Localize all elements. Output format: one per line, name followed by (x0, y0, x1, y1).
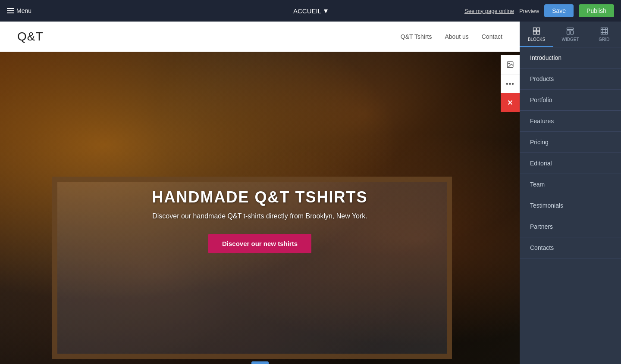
nav-item-tshirts[interactable]: Q&T Tshirts (401, 33, 432, 40)
tab-blocks-label: BLOCKS (528, 37, 546, 42)
hero-subtitle[interactable]: Discover our handmade Q&T t-shirts direc… (152, 212, 367, 220)
panel-item-testimonials-label: Testimonials (530, 202, 563, 209)
more-options-icon: ••• (506, 80, 514, 88)
tab-widget[interactable]: WIDGET (553, 22, 587, 47)
blocks-tab-icon (532, 27, 541, 35)
bottom-indicator (251, 361, 269, 364)
current-page-name: ACCUEIL (293, 7, 321, 15)
grid-tab-icon (600, 27, 608, 35)
site-logo[interactable]: Q&T (17, 30, 44, 44)
svg-rect-6 (533, 31, 536, 34)
site-nav: Q&T Tshirts About us Contact (401, 33, 502, 40)
main-layout: Q&T Q&T Tshirts About us Contact (0, 22, 621, 364)
page-dropdown-arrow[interactable]: ▾ (324, 6, 328, 16)
svg-rect-4 (533, 28, 536, 31)
menu-label: Menu (16, 7, 31, 14)
panel-items-list: Introduction Products Portfolio Features… (520, 47, 621, 364)
hero-cta-button[interactable]: Discover our new tshirts (208, 234, 311, 253)
tab-blocks[interactable]: BLOCKS (520, 22, 553, 47)
panel-item-editorial[interactable]: Editorial (520, 153, 621, 174)
more-options-button[interactable]: ••• (501, 74, 520, 93)
svg-rect-10 (571, 31, 574, 34)
panel-item-pricing[interactable]: Pricing (520, 132, 621, 153)
panel-item-products-label: Products (530, 75, 554, 82)
tab-grid[interactable]: GRID (587, 22, 621, 47)
hero-title[interactable]: HANDMADE Q&T TSHIRTS (152, 188, 368, 206)
panel-item-introduction-label: Introduction (530, 54, 561, 61)
see-page-link[interactable]: See my page online (464, 8, 514, 14)
nav-item-contact[interactable]: Contact (482, 33, 502, 40)
panel-item-features[interactable]: Features (520, 111, 621, 132)
svg-rect-7 (537, 31, 540, 34)
preview-button[interactable]: Preview (519, 8, 539, 14)
panel-item-pricing-label: Pricing (530, 139, 549, 146)
panel-item-editorial-label: Editorial (530, 160, 552, 167)
menu-button[interactable]: Menu (7, 7, 31, 14)
float-buttons: ••• (501, 55, 520, 112)
publish-button[interactable]: Publish (579, 4, 614, 17)
panel-item-portfolio-label: Portfolio (530, 96, 552, 103)
hamburger-icon (7, 8, 14, 13)
panel-item-testimonials[interactable]: Testimonials (520, 195, 621, 216)
panel-item-contacts-label: Contacts (530, 244, 554, 251)
panel-item-contacts[interactable]: Contacts (520, 237, 621, 258)
panel-item-features-label: Features (530, 118, 554, 124)
hero-content: HANDMADE Q&T TSHIRTS Discover our handma… (0, 52, 520, 364)
right-panel: BLOCKS WIDGET GRID (520, 22, 621, 364)
site-header: Q&T Q&T Tshirts About us Contact (0, 22, 520, 52)
panel-tabs: BLOCKS WIDGET GRID (520, 22, 621, 47)
delete-block-button[interactable] (501, 93, 520, 112)
topbar-right: See my page online Preview Save Publish (464, 4, 614, 17)
topbar-center: ACCUEIL ▾ (293, 6, 328, 16)
delete-icon (506, 99, 514, 106)
svg-rect-5 (537, 28, 540, 31)
svg-rect-8 (567, 28, 574, 30)
nav-item-about[interactable]: About us (445, 33, 468, 40)
tab-widget-label: WIDGET (561, 37, 579, 42)
image-edit-button[interactable] (501, 55, 520, 74)
image-icon (506, 61, 514, 68)
svg-rect-15 (601, 28, 607, 34)
tab-grid-label: GRID (599, 37, 609, 42)
panel-item-team[interactable]: Team (520, 174, 621, 195)
panel-item-products[interactable]: Products (520, 68, 621, 90)
canvas-area: Q&T Q&T Tshirts About us Contact (0, 22, 520, 364)
panel-item-introduction[interactable]: Introduction (520, 47, 621, 68)
panel-item-portfolio[interactable]: Portfolio (520, 90, 621, 111)
panel-item-partners[interactable]: Partners (520, 216, 621, 237)
topbar-left: Menu (7, 7, 31, 14)
panel-item-partners-label: Partners (530, 223, 553, 230)
panel-item-team-label: Team (530, 181, 545, 188)
widget-tab-icon (566, 27, 574, 35)
save-button[interactable]: Save (544, 4, 574, 17)
svg-point-1 (508, 63, 509, 64)
hero-section: ••• HANDMADE Q&T TSHIRTS Discover our ha… (0, 52, 520, 364)
svg-rect-9 (567, 31, 570, 34)
topbar: Menu ACCUEIL ▾ See my page online Previe… (0, 0, 621, 22)
